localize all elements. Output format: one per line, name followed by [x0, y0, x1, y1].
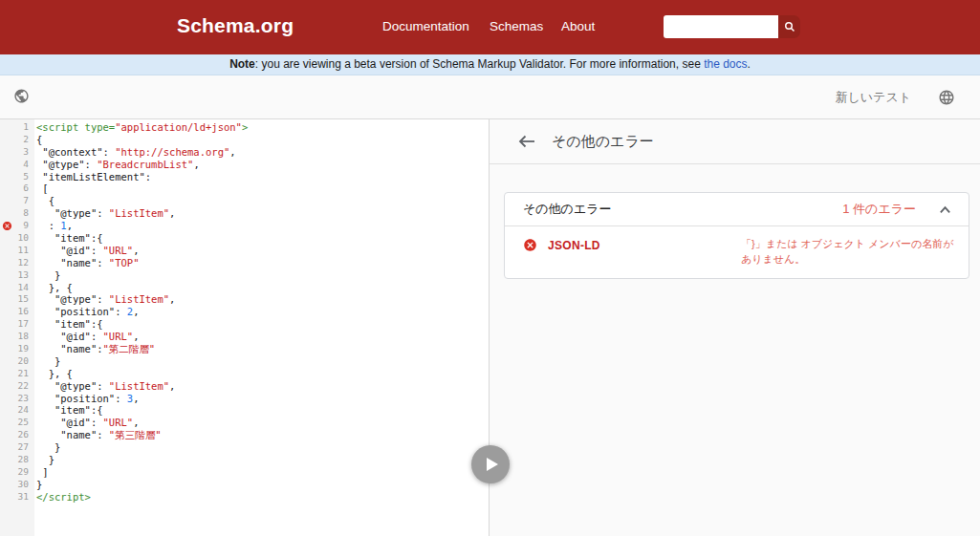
code-line[interactable]: 29 ] [0, 466, 489, 479]
results-header: その他のエラー [490, 119, 980, 164]
line-gutter: 28 [0, 454, 34, 466]
line-gutter: 5 [0, 171, 34, 183]
line-gutter: 27 [0, 441, 34, 454]
code-text: "name": "TOP" [34, 257, 139, 269]
line-gutter: 16 [0, 306, 34, 318]
nav-schemas[interactable]: Schemas [490, 19, 543, 33]
line-gutter: 4 [0, 159, 34, 171]
code-line[interactable]: 25 "@id": "URL", [0, 417, 489, 429]
line-number: 2 [23, 134, 29, 144]
code-line[interactable]: 9 : 1, [0, 220, 489, 232]
line-gutter: 14 [0, 282, 34, 294]
line-number: 14 [18, 282, 29, 292]
code-text: "position": 3, [34, 393, 139, 405]
code-line[interactable]: 30} [0, 479, 489, 491]
line-number: 23 [18, 393, 29, 403]
code-line[interactable]: 11 "@id": "URL", [0, 245, 489, 257]
collapse-button[interactable] [937, 204, 953, 216]
line-gutter: 23 [0, 393, 34, 405]
code-line[interactable]: 26 "name": "第三階層" [0, 429, 489, 441]
source-globe-icon [13, 88, 30, 104]
run-validation-button[interactable] [471, 445, 510, 483]
line-gutter: 13 [0, 269, 34, 282]
line-number: 10 [18, 232, 29, 243]
code-text: } [34, 454, 54, 466]
line-number: 28 [18, 454, 29, 464]
line-number: 18 [18, 331, 29, 341]
code-line[interactable]: 15 "@type": "ListItem", [0, 293, 489, 306]
code-line[interactable]: 16 "position": 2, [0, 306, 489, 318]
code-text: } [34, 441, 60, 454]
nav-about[interactable]: About [561, 19, 595, 33]
code-line[interactable]: 1<script type="application/ld+json"> [0, 121, 489, 134]
site-header: Schema.org Documentation Schemas About [0, 0, 980, 54]
code-text: "name":"第二階層" [34, 343, 155, 355]
search-button[interactable] [778, 15, 800, 38]
code-line[interactable]: 12 "name": "TOP" [0, 257, 489, 269]
code-editor[interactable]: 1<script type="application/ld+json">2{3 … [0, 119, 490, 536]
code-line[interactable]: 24 "item":{ [0, 404, 489, 417]
line-number: 21 [18, 368, 29, 378]
code-line[interactable]: 10 "item":{ [0, 232, 489, 245]
code-line[interactable]: 6 [ [0, 182, 489, 195]
code-line[interactable]: 14 }, { [0, 282, 489, 294]
back-button[interactable] [516, 133, 537, 150]
code-text: [ [34, 182, 49, 195]
code-text: "@type": "ListItem", [34, 380, 175, 393]
line-gutter: 21 [0, 368, 34, 380]
line-gutter: 30 [0, 479, 34, 491]
code-text: "item":{ [34, 318, 103, 331]
code-line[interactable]: 21 }, { [0, 368, 489, 380]
code-line[interactable]: 20 } [0, 355, 489, 368]
line-number: 19 [18, 343, 29, 354]
code-text: } [34, 479, 42, 491]
banner-docs-link[interactable]: the docs [704, 57, 747, 71]
code-line[interactable]: 17 "item":{ [0, 318, 489, 331]
beta-notice-banner: Note: you are viewing a beta version of … [0, 54, 980, 75]
line-gutter: 24 [0, 404, 34, 417]
new-test-button[interactable]: 新しいテスト [835, 89, 911, 106]
line-gutter: 18 [0, 331, 34, 343]
line-number: 17 [18, 318, 29, 329]
line-gutter: 2 [0, 134, 34, 146]
code-line[interactable]: 19 "name":"第二階層" [0, 343, 489, 355]
line-gutter: 31 [0, 491, 34, 504]
line-gutter: 22 [0, 380, 34, 393]
code-text: "@type": "BreadcrumbList", [34, 159, 200, 171]
line-number: 11 [18, 245, 29, 255]
banner-note-label: Note [229, 57, 255, 71]
line-number: 31 [18, 491, 29, 502]
line-gutter: 3 [0, 146, 34, 159]
code-text: }, { [34, 282, 73, 294]
site-logo[interactable]: Schema.org [177, 14, 294, 37]
play-icon [487, 458, 498, 471]
code-line[interactable]: 7 { [0, 195, 489, 207]
line-gutter: 1 [0, 121, 34, 134]
error-group-header: その他のエラー 1 件のエラー [505, 193, 969, 226]
code-line[interactable]: 13 } [0, 269, 489, 282]
code-line[interactable]: 23 "position": 3, [0, 393, 489, 405]
code-line[interactable]: 18 "@id": "URL", [0, 331, 489, 343]
line-number: 29 [18, 466, 29, 477]
error-row[interactable]: JSON-LD 「}」または オブジェクト メンバーの名前がありません。 [505, 226, 969, 278]
line-number: 3 [23, 146, 29, 157]
line-number: 6 [23, 182, 29, 193]
code-text: </script> [34, 491, 91, 504]
code-line[interactable]: 4 "@type": "BreadcrumbList", [0, 159, 489, 171]
code-line[interactable]: 22 "@type": "ListItem", [0, 380, 489, 393]
code-line[interactable]: 27 } [0, 441, 489, 454]
code-line[interactable]: 2{ [0, 134, 489, 146]
code-line[interactable]: 5 "itemListElement": [0, 171, 489, 183]
code-line[interactable]: 28 } [0, 454, 489, 466]
code-text: { [34, 134, 42, 146]
line-number: 27 [18, 441, 29, 452]
language-globe-icon[interactable] [938, 89, 955, 106]
nav-documentation[interactable]: Documentation [382, 19, 469, 33]
code-line[interactable]: 31</script> [0, 491, 489, 504]
line-gutter: 29 [0, 466, 34, 479]
search-input[interactable] [664, 15, 778, 38]
code-line[interactable]: 3 "@context": "http://schema.org", [0, 146, 489, 159]
line-gutter: 17 [0, 318, 34, 331]
code-line[interactable]: 8 "@type": "ListItem", [0, 207, 489, 220]
main-content: 1<script type="application/ld+json">2{3 … [0, 119, 980, 536]
